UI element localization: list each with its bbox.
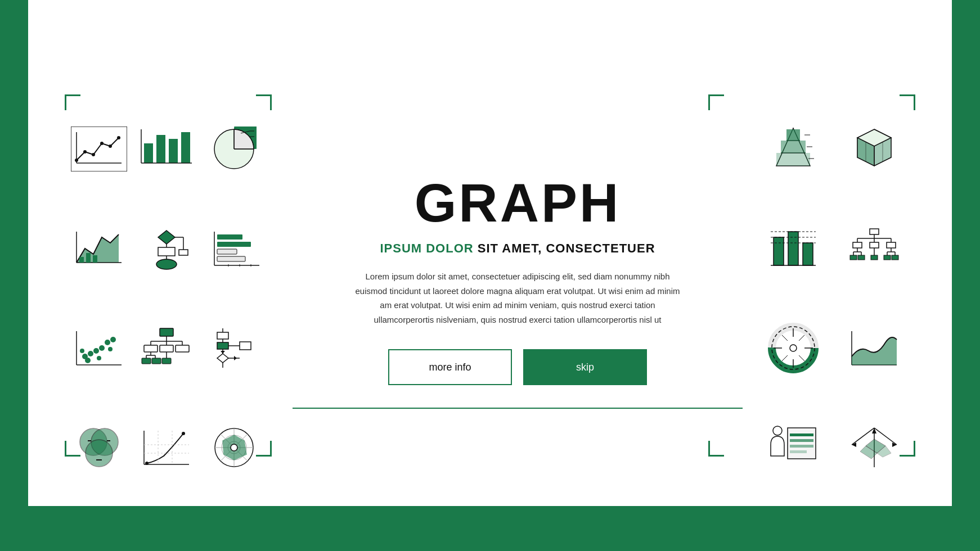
bottom-bar <box>0 506 980 551</box>
svg-rect-29 <box>158 247 175 256</box>
svg-rect-169 <box>790 433 813 436</box>
svg-rect-172 <box>790 450 807 453</box>
svg-rect-12 <box>181 132 190 163</box>
svg-point-160 <box>790 345 797 351</box>
svg-line-164 <box>799 355 804 361</box>
radar-chart-icon <box>203 400 266 495</box>
svg-rect-123 <box>788 232 798 265</box>
svg-rect-65 <box>176 345 189 352</box>
wave-area-chart-icon <box>836 300 912 395</box>
left-icons-grid <box>62 90 264 506</box>
svg-rect-122 <box>774 237 784 265</box>
svg-rect-79 <box>240 342 251 350</box>
svg-point-53 <box>105 340 110 345</box>
svg-rect-63 <box>144 345 158 352</box>
svg-rect-137 <box>887 242 896 248</box>
3d-surface-icon <box>836 400 912 495</box>
svg-rect-10 <box>156 135 165 163</box>
subtitle-dark: SIT AMET, CONSECTETUER <box>474 241 655 255</box>
svg-rect-75 <box>217 332 228 339</box>
svg-point-6 <box>117 136 120 139</box>
vertical-bar-compare-icon <box>755 201 831 296</box>
svg-rect-40 <box>217 249 237 254</box>
svg-rect-151 <box>892 255 898 260</box>
svg-rect-150 <box>884 255 891 260</box>
svg-point-92 <box>182 432 185 435</box>
separator-line <box>293 408 743 409</box>
person-data-icon <box>755 400 831 495</box>
button-row: more info skip <box>388 349 647 385</box>
svg-point-49 <box>85 358 91 363</box>
donut-chart-icon <box>755 300 831 395</box>
svg-point-56 <box>80 349 84 353</box>
svg-rect-170 <box>790 439 813 442</box>
subtitle: IPSUM DOLOR SIT AMET, CONSECTETUER <box>380 241 655 256</box>
svg-point-91 <box>145 462 149 465</box>
hierarchy-tree-icon <box>836 201 912 296</box>
side-right <box>952 0 980 551</box>
svg-point-3 <box>92 153 95 156</box>
svg-rect-129 <box>870 229 879 234</box>
svg-rect-145 <box>871 255 878 260</box>
svg-point-105 <box>231 444 237 451</box>
svg-rect-26 <box>86 253 91 263</box>
svg-marker-77 <box>217 354 228 363</box>
center-panel: GRAPH IPSUM DOLOR SIT AMET, CONSECTETUER… <box>259 90 776 506</box>
svg-rect-73 <box>162 358 171 364</box>
more-info-button[interactable]: more info <box>388 349 512 385</box>
svg-rect-11 <box>169 139 178 163</box>
svg-point-52 <box>97 356 101 360</box>
svg-point-54 <box>110 337 116 342</box>
svg-marker-28 <box>158 231 175 244</box>
description-text: Lorem ipsum dolor sit amet, consectetuer… <box>354 269 681 327</box>
svg-rect-108 <box>786 129 800 141</box>
process-flow-icon <box>203 300 266 395</box>
main-content: GRAPH IPSUM DOLOR SIT AMET, CONSECTETUER… <box>28 0 952 506</box>
pyramid-chart-icon <box>755 101 831 196</box>
svg-point-2 <box>83 150 87 153</box>
subtitle-green: IPSUM DOLOR <box>380 241 473 255</box>
pie-chart-icon <box>203 101 266 196</box>
svg-rect-142 <box>850 255 857 260</box>
svg-rect-136 <box>870 242 879 248</box>
line-chart-icon <box>68 101 131 196</box>
svg-point-30 <box>156 259 177 269</box>
svg-rect-27 <box>93 255 97 263</box>
svg-rect-25 <box>79 257 84 263</box>
growth-curve-icon <box>135 400 198 495</box>
svg-rect-110 <box>781 141 806 153</box>
bar-chart-icon <box>135 101 198 196</box>
scatter-chart-icon <box>68 300 131 395</box>
page-title: GRAPH <box>415 176 621 230</box>
svg-point-55 <box>108 347 113 351</box>
svg-rect-168 <box>788 428 816 459</box>
svg-rect-71 <box>152 358 161 364</box>
svg-rect-39 <box>217 242 251 247</box>
svg-point-48 <box>88 351 93 356</box>
svg-point-5 <box>109 144 112 148</box>
svg-rect-35 <box>179 250 188 255</box>
flowchart-icon <box>135 201 198 296</box>
area-chart-icon <box>68 201 131 296</box>
svg-line-161 <box>782 335 788 341</box>
svg-rect-143 <box>858 255 865 260</box>
svg-rect-38 <box>217 234 242 240</box>
svg-rect-9 <box>144 143 153 163</box>
svg-point-50 <box>93 348 99 354</box>
svg-line-162 <box>799 335 804 341</box>
skip-button[interactable]: skip <box>523 349 647 385</box>
svg-rect-124 <box>803 243 813 265</box>
svg-rect-57 <box>160 328 173 336</box>
svg-point-51 <box>99 345 105 351</box>
svg-rect-70 <box>142 358 151 364</box>
svg-marker-81 <box>234 356 237 360</box>
svg-rect-0 <box>71 127 127 171</box>
svg-rect-135 <box>853 242 862 248</box>
svg-point-4 <box>100 142 104 145</box>
svg-point-167 <box>773 426 782 435</box>
svg-marker-82 <box>221 351 225 354</box>
svg-rect-76 <box>217 342 228 349</box>
svg-rect-41 <box>217 256 245 261</box>
svg-rect-64 <box>160 345 173 352</box>
venn-diagram-icon <box>68 400 131 495</box>
